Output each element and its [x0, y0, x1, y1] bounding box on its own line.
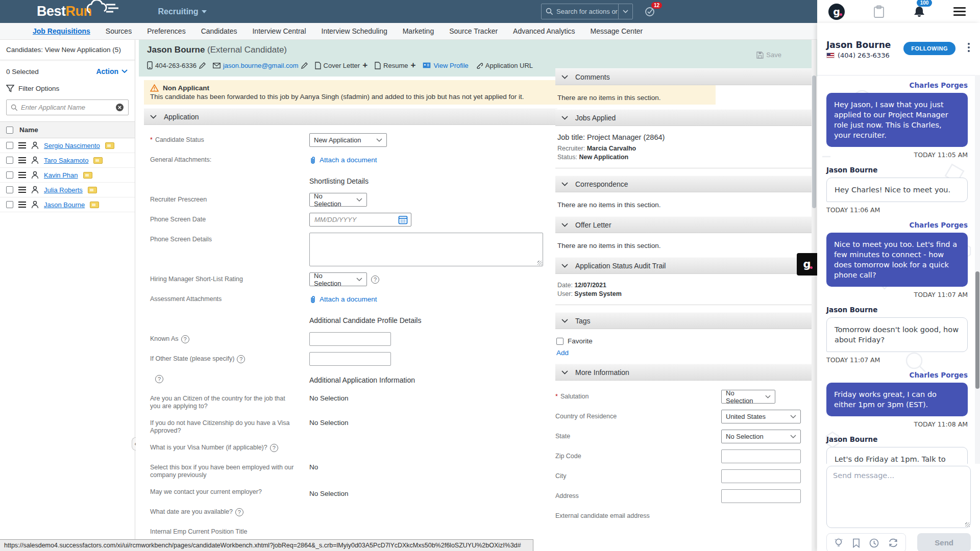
resize-handle[interactable]	[537, 261, 542, 265]
scrollbar-thumb[interactable]	[812, 76, 816, 208]
chat-scrollbar[interactable]	[975, 75, 980, 464]
help-icon[interactable]: ?	[235, 508, 243, 516]
candidate-name-link[interactable]: Julia Roberts	[44, 186, 83, 194]
application-url-label[interactable]: Application URL	[485, 62, 533, 69]
help-icon[interactable]: ?	[155, 375, 163, 383]
lightbulb-icon[interactable]	[834, 538, 843, 548]
bookmark-icon[interactable]	[852, 538, 860, 548]
resume-badge-icon[interactable]	[105, 142, 114, 149]
nav-tab-message-center[interactable]: Message Center	[591, 27, 643, 35]
action-menu-button[interactable]: Action	[96, 67, 128, 76]
applicant-search-input[interactable]: Enter Applicant Name	[6, 99, 129, 115]
candidate-row[interactable]: Jason Bourne	[0, 197, 135, 212]
main-scrollbar[interactable]	[812, 40, 817, 551]
notifications-button[interactable]: 100	[914, 6, 925, 18]
send-button[interactable]: Send	[917, 533, 971, 551]
nav-tab-interview-central[interactable]: Interview Central	[252, 27, 306, 35]
grayscale-app-logo[interactable]: g	[828, 4, 845, 20]
select-all-checkbox[interactable]	[6, 127, 13, 134]
candidate-status-dropdown[interactable]: New Application	[309, 133, 387, 147]
state-dropdown[interactable]: No Selection	[721, 430, 801, 443]
section-jobs-applied[interactable]: Jobs Applied	[555, 109, 817, 126]
scrollbar-thumb[interactable]	[975, 271, 979, 389]
nav-tab-candidates[interactable]: Candidates	[201, 27, 237, 35]
edit-pencil-icon[interactable]	[301, 62, 308, 69]
calendar-icon[interactable]	[398, 215, 408, 224]
help-icon[interactable]: ?	[371, 276, 379, 284]
add-cover-letter-button[interactable]: +	[362, 60, 368, 70]
candidate-row[interactable]: Sergio Nascimento	[0, 138, 135, 153]
add-tag-link[interactable]: Add	[555, 348, 817, 364]
filter-options-button[interactable]: Filter Options	[0, 79, 135, 94]
candidate-row[interactable]: Julia Roberts	[0, 183, 135, 197]
candidate-row[interactable]: Kavin Phan	[0, 168, 135, 183]
candidate-name-link[interactable]: Jason Bourne	[44, 201, 85, 209]
candidate-name-link[interactable]: Taro Sakamoto	[44, 157, 88, 164]
help-icon[interactable]: ?	[270, 444, 278, 452]
todo-button[interactable]: 12	[644, 5, 656, 17]
add-resume-button[interactable]: +	[410, 60, 415, 70]
phone-screen-details-textarea[interactable]	[309, 233, 543, 266]
chat-menu-icon[interactable]	[968, 43, 970, 52]
section-correspondence[interactable]: Correspondence	[555, 176, 817, 192]
drag-handle-icon[interactable]	[18, 202, 26, 208]
clear-search-icon[interactable]	[115, 103, 124, 112]
view-profile-link[interactable]: View Profile	[433, 62, 468, 69]
row-checkbox[interactable]	[6, 201, 13, 208]
nav-tab-job-requisitions[interactable]: Job Requisitions	[33, 27, 90, 35]
candidate-name-link[interactable]: Kavin Phan	[44, 171, 78, 179]
nav-tab-sources[interactable]: Sources	[106, 27, 132, 35]
row-checkbox[interactable]	[6, 157, 13, 164]
zip-input[interactable]	[721, 449, 801, 463]
resume-badge-icon[interactable]	[93, 157, 103, 164]
bestrun-logo[interactable]: BestRun	[37, 4, 92, 19]
city-input[interactable]	[721, 469, 801, 483]
resume-badge-icon[interactable]	[88, 187, 97, 193]
candidate-row[interactable]: Taro Sakamoto	[0, 153, 135, 168]
nav-tab-marketing[interactable]: Marketing	[403, 27, 434, 35]
nav-tab-interview-scheduling[interactable]: Interview Scheduling	[322, 27, 387, 35]
section-comments[interactable]: Comments	[555, 68, 817, 85]
edit-pencil-icon[interactable]	[199, 62, 206, 69]
candidate-name-link[interactable]: Sergio Nascimento	[44, 142, 100, 149]
section-offer-letter[interactable]: Offer Letter	[555, 216, 817, 233]
salutation-dropdown[interactable]: No Selection	[721, 390, 775, 404]
module-switcher[interactable]: Recruiting	[158, 7, 207, 16]
row-checkbox[interactable]	[6, 186, 13, 193]
if-other-state-input[interactable]	[309, 352, 391, 366]
section-tags[interactable]: Tags	[555, 312, 817, 329]
grayscale-side-tab[interactable]: g	[797, 253, 817, 276]
attach-document-link[interactable]: Attach a document	[309, 295, 377, 303]
clipboard-icon[interactable]	[873, 5, 885, 18]
message-input[interactable]: Send message...	[826, 466, 971, 528]
drag-handle-icon[interactable]	[18, 157, 26, 164]
global-search[interactable]: Search for actions or peo...	[541, 4, 633, 19]
hm-rating-dropdown[interactable]: No Selection	[309, 272, 367, 286]
resize-handle[interactable]	[965, 522, 970, 527]
menu-button[interactable]	[953, 7, 966, 16]
resume-badge-icon[interactable]	[83, 172, 92, 179]
section-application[interactable]: Application	[144, 108, 557, 125]
following-button[interactable]: FOLLOWING	[903, 42, 955, 55]
address-input[interactable]	[721, 489, 801, 503]
help-icon[interactable]: ?	[181, 335, 189, 343]
nav-tab-source-tracker[interactable]: Source Tracker	[449, 27, 498, 35]
drag-handle-icon[interactable]	[18, 172, 26, 179]
section-audit-trail[interactable]: Application Status Audit Trail	[555, 257, 817, 274]
row-checkbox[interactable]	[6, 142, 13, 149]
nav-tab-advanced-analytics[interactable]: Advanced Analytics	[513, 27, 575, 35]
section-more-information[interactable]: More Information	[555, 364, 817, 381]
phone-screen-date-input[interactable]: MM/DD/YYYY	[309, 213, 411, 227]
drag-handle-icon[interactable]	[18, 142, 26, 149]
clock-icon[interactable]	[869, 538, 879, 548]
candidate-email-link[interactable]: jason.bourne@gmail.com	[223, 62, 299, 69]
save-button[interactable]: Save	[756, 51, 781, 59]
drag-handle-icon[interactable]	[18, 187, 26, 193]
row-checkbox[interactable]	[6, 171, 13, 179]
country-dropdown[interactable]: United States	[721, 410, 801, 423]
nav-tab-preferences[interactable]: Preferences	[147, 27, 185, 35]
help-icon[interactable]: ?	[237, 355, 245, 363]
recruiter-prescreen-dropdown[interactable]: No Selection	[309, 193, 367, 207]
favorite-checkbox[interactable]	[556, 338, 564, 345]
attach-document-link[interactable]: Attach a document	[309, 156, 377, 164]
